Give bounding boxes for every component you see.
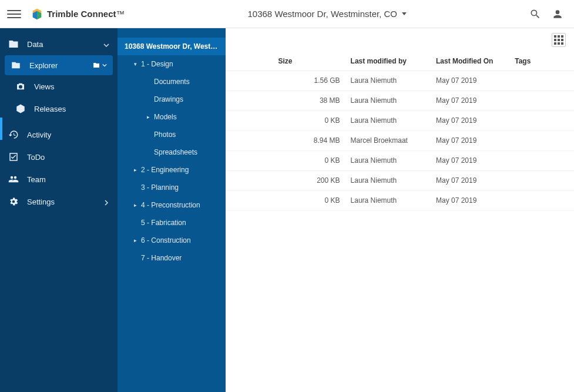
cell-modified-by: Laura Niemuth <box>351 190 436 210</box>
cell-tags <box>515 71 574 91</box>
tree-label: Documents <box>154 78 190 86</box>
tree-label: 3 - Planning <box>141 183 179 192</box>
cell-size: 0 KB <box>278 110 351 130</box>
cell-size: 1.56 GB <box>278 71 351 91</box>
tree-label: Photos <box>154 130 176 139</box>
tree-item[interactable]: 3 - Planning <box>118 179 226 196</box>
chevron-right-icon[interactable]: ▸ <box>133 202 137 208</box>
camera-icon <box>15 81 26 92</box>
primary-sidebar: Data Explorer Views Relea <box>0 28 118 392</box>
tree-label: 2 - Engineering <box>141 166 189 174</box>
file-table: Size Last modified by Last Modified On T… <box>226 52 574 211</box>
chevron-down-icon <box>103 41 109 47</box>
folder-icon <box>8 39 19 49</box>
app-header: Trimble Connect™ 10368 Westmoor Dr, West… <box>0 0 574 28</box>
table-row[interactable]: 200 KBLaura NiemuthMay 07 2019 <box>226 170 574 190</box>
sidebar-label: Views <box>34 82 54 91</box>
chevron-down-icon[interactable]: ▾ <box>133 61 137 67</box>
cell-tags <box>515 190 574 210</box>
tree-item[interactable]: 5 - Fabrication <box>118 214 226 232</box>
brand-logo[interactable]: Trimble Connect™ <box>31 8 125 21</box>
project-name: 10368 Westmoor Dr, Westminster, CO <box>248 9 398 19</box>
cell-modified-on: May 07 2019 <box>436 130 515 150</box>
tree-item[interactable]: Documents <box>118 73 226 91</box>
history-icon <box>8 129 19 140</box>
folder-dropdown-icon[interactable] <box>92 62 107 69</box>
tree-item[interactable]: ▾1 - Design <box>118 55 226 73</box>
hamburger-menu-icon[interactable] <box>7 7 21 21</box>
cell-modified-by: Laura Niemuth <box>351 170 436 190</box>
col-on[interactable]: Last Modified On <box>436 52 515 71</box>
cell-size: 0 KB <box>278 190 351 210</box>
cell-modified-on: May 07 2019 <box>436 190 515 210</box>
sidebar-item-team[interactable]: Team <box>0 168 118 190</box>
tree-root[interactable]: 10368 Westmoor Dr, Westmin... <box>118 38 226 55</box>
cell-modified-on: May 07 2019 <box>436 71 515 91</box>
tree-item[interactable]: Spreadsheets <box>118 143 226 161</box>
tree-item[interactable]: ▸6 - Construction <box>118 232 226 249</box>
tree-item[interactable]: Photos <box>118 126 226 143</box>
brand-name: Trimble Connect™ <box>47 9 125 19</box>
sidebar-item-todo[interactable]: ToDo <box>0 146 118 168</box>
sidebar-label: Activity <box>27 130 51 139</box>
cell-modified-by: Laura Niemuth <box>351 150 436 170</box>
cell-modified-by: Marcel Broekmaat <box>351 130 436 150</box>
cell-modified-on: May 07 2019 <box>436 91 515 110</box>
sidebar-item-settings[interactable]: Settings <box>0 190 118 213</box>
tree-item[interactable]: 7 - Handover <box>118 249 226 267</box>
cell-modified-by: Laura Niemuth <box>351 91 436 110</box>
explorer-icon <box>11 60 21 71</box>
cell-size: 8.94 MB <box>278 130 351 150</box>
table-header: Size Last modified by Last Modified On T… <box>226 52 574 71</box>
project-selector[interactable]: 10368 Westmoor Dr, Westminster, CO <box>248 9 407 19</box>
cell-tags <box>515 130 574 150</box>
table-row[interactable]: 0 KBLaura NiemuthMay 07 2019 <box>226 150 574 170</box>
cell-tags <box>515 150 574 170</box>
chevron-down-icon <box>402 12 407 15</box>
cell-tags <box>515 110 574 130</box>
sidebar-item-activity[interactable]: Activity <box>0 123 118 146</box>
table-row[interactable]: 1.56 GBLaura NiemuthMay 07 2019 <box>226 71 574 91</box>
package-icon <box>15 103 26 114</box>
chevron-right-icon <box>103 199 109 205</box>
sidebar-label: Settings <box>27 197 55 206</box>
cell-size: 38 MB <box>278 91 351 110</box>
col-tags[interactable]: Tags <box>515 52 574 71</box>
sidebar-item-views[interactable]: Views <box>0 75 118 98</box>
sidebar-item-releases[interactable]: Releases <box>0 98 118 120</box>
col-by[interactable]: Last modified by <box>351 52 436 71</box>
search-icon[interactable] <box>529 8 541 20</box>
file-listing: Size Last modified by Last Modified On T… <box>226 28 574 392</box>
tree-label: 4 - Preconstruction <box>141 201 200 209</box>
trimble-logo-icon <box>31 8 43 21</box>
folder-tree: 10368 Westmoor Dr, Westmin... ▾1 - Desig… <box>118 28 226 392</box>
chevron-right-icon[interactable]: ▸ <box>133 167 137 173</box>
cell-size: 0 KB <box>278 150 351 170</box>
grid-view-toggle-icon[interactable] <box>552 33 566 47</box>
chevron-right-icon[interactable]: ▸ <box>146 114 150 120</box>
account-icon[interactable] <box>552 8 563 20</box>
col-size[interactable]: Size <box>278 52 351 71</box>
chevron-right-icon[interactable]: ▸ <box>133 237 137 243</box>
tree-label: 5 - Fabrication <box>141 219 186 227</box>
tree-item[interactable]: ▸2 - Engineering <box>118 161 226 179</box>
tree-label: Spreadsheets <box>154 148 197 156</box>
cell-tags <box>515 91 574 110</box>
tree-label: 10368 Westmoor Dr, Westmin... <box>125 42 220 51</box>
cell-modified-on: May 07 2019 <box>436 170 515 190</box>
team-icon <box>8 174 19 185</box>
sidebar-label: ToDo <box>27 153 45 162</box>
table-row[interactable]: 8.94 MBMarcel BroekmaatMay 07 2019 <box>226 130 574 150</box>
table-row[interactable]: 0 KBLaura NiemuthMay 07 2019 <box>226 110 574 130</box>
cell-modified-on: May 07 2019 <box>436 110 515 130</box>
table-row[interactable]: 38 MBLaura NiemuthMay 07 2019 <box>226 91 574 110</box>
tree-item[interactable]: ▸4 - Preconstruction <box>118 196 226 214</box>
gear-icon <box>8 196 19 207</box>
tree-item[interactable]: ▸Models <box>118 108 226 126</box>
tree-item[interactable]: Drawings <box>118 91 226 108</box>
sidebar-item-explorer[interactable]: Explorer <box>5 55 113 75</box>
cell-modified-by: Laura Niemuth <box>351 110 436 130</box>
sidebar-item-data[interactable]: Data <box>0 33 118 55</box>
table-row[interactable]: 0 KBLaura NiemuthMay 07 2019 <box>226 190 574 210</box>
tree-label: Drawings <box>154 95 183 103</box>
